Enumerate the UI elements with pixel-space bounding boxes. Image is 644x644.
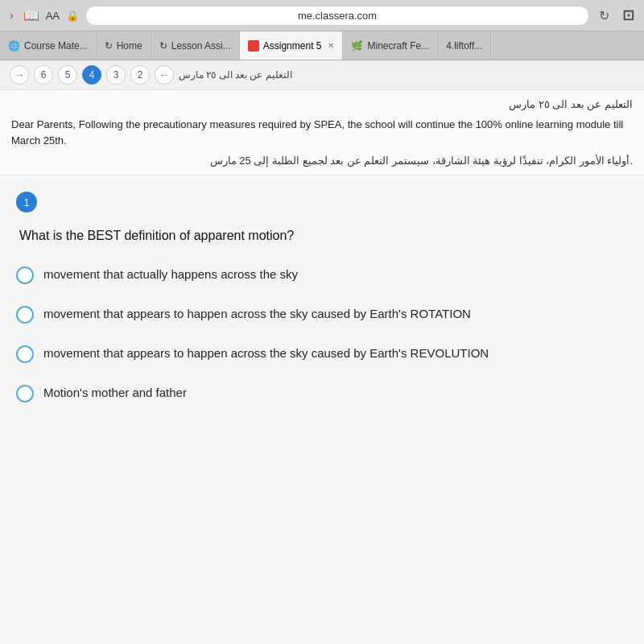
- notice-arabic-bottom: .أولياء الأمور الكرام، تنفيذًا لرؤية هيئ…: [11, 155, 633, 167]
- tab-icon-minecraft: 🌿: [351, 40, 363, 52]
- more-button[interactable]: ⊡: [619, 5, 638, 26]
- question-text: What is the BEST definition of apparent …: [19, 227, 628, 245]
- tab-icon-lesson: ↻: [159, 40, 167, 52]
- nav-prev-button[interactable]: ←: [155, 65, 174, 85]
- q-bubble-3[interactable]: 3: [106, 65, 126, 85]
- book-icon: 📖: [23, 8, 39, 23]
- q-bubble-5[interactable]: 5: [58, 65, 77, 85]
- q-bubble-2[interactable]: 2: [130, 65, 150, 85]
- tab-close-assignment[interactable]: ✕: [328, 41, 334, 50]
- question-navigation: التعليم عن بعد الى ٢٥ مارس ← 2 3 4 5 6 →: [0, 60, 644, 90]
- notice-english: Dear Parents, Following the precautionar…: [11, 117, 633, 148]
- option-a[interactable]: movement that actually happens across th…: [16, 262, 628, 287]
- tab-liftoff[interactable]: 4.liftoff...: [438, 31, 491, 60]
- option-b[interactable]: movement that appears to happen across t…: [16, 302, 628, 327]
- font-label: AA: [46, 10, 60, 22]
- option-c-text: movement that appears to happen across t…: [43, 345, 489, 361]
- tab-icon-home: ↻: [105, 40, 113, 52]
- address-bar[interactable]: me.classera.com: [85, 6, 589, 26]
- option-d-text: Motion's mother and father: [43, 384, 187, 401]
- option-a-text: movement that actually happens across th…: [43, 266, 298, 283]
- tab-assignment5[interactable]: Assignment 5 ✕: [240, 31, 344, 60]
- tab-icon-course-mate: 🌐: [8, 40, 20, 52]
- main-content: 1 What is the BEST definition of apparen…: [0, 175, 644, 644]
- refresh-button[interactable]: ↻: [596, 6, 613, 25]
- q-bubble-4[interactable]: 4: [82, 65, 101, 85]
- option-c[interactable]: movement that appears to happen across t…: [16, 341, 628, 366]
- tab-bar: 🌐 Course Mate... ↻ Home ↻ Lesson Assi...…: [0, 31, 644, 60]
- notice-banner: التعليم عن بعد الى ٢٥ مارس Dear Parents,…: [0, 90, 644, 175]
- tab-course-mate[interactable]: 🌐 Course Mate...: [0, 31, 97, 60]
- browser-bar: › 📖 AA 🔒 me.classera.com ↻ ⊡: [0, 0, 644, 31]
- tab-minecraft[interactable]: 🌿 Minecraft Fe...: [343, 31, 438, 60]
- tab-lesson-assi[interactable]: ↻ Lesson Assi...: [151, 31, 240, 60]
- tab-icon-assignment: [248, 40, 259, 52]
- radio-d[interactable]: [16, 385, 34, 402]
- radio-a[interactable]: [16, 266, 34, 284]
- q-bubble-6[interactable]: 6: [34, 65, 53, 85]
- tab-home[interactable]: ↻ Home: [97, 31, 151, 60]
- question-number-badge: 1: [16, 192, 37, 213]
- radio-c[interactable]: [16, 345, 34, 363]
- notice-arabic-top: التعليم عن بعد الى ٢٥ مارس: [11, 98, 633, 110]
- radio-b[interactable]: [16, 306, 34, 324]
- nav-next-button[interactable]: →: [10, 65, 29, 85]
- option-d[interactable]: Motion's mother and father: [16, 381, 628, 406]
- nav-arabic-label: التعليم عن بعد الى ٢٥ مارس: [179, 69, 292, 80]
- back-button[interactable]: ›: [6, 7, 17, 23]
- lock-icon: 🔒: [66, 10, 79, 22]
- option-b-text: movement that appears to happen across t…: [43, 305, 471, 322]
